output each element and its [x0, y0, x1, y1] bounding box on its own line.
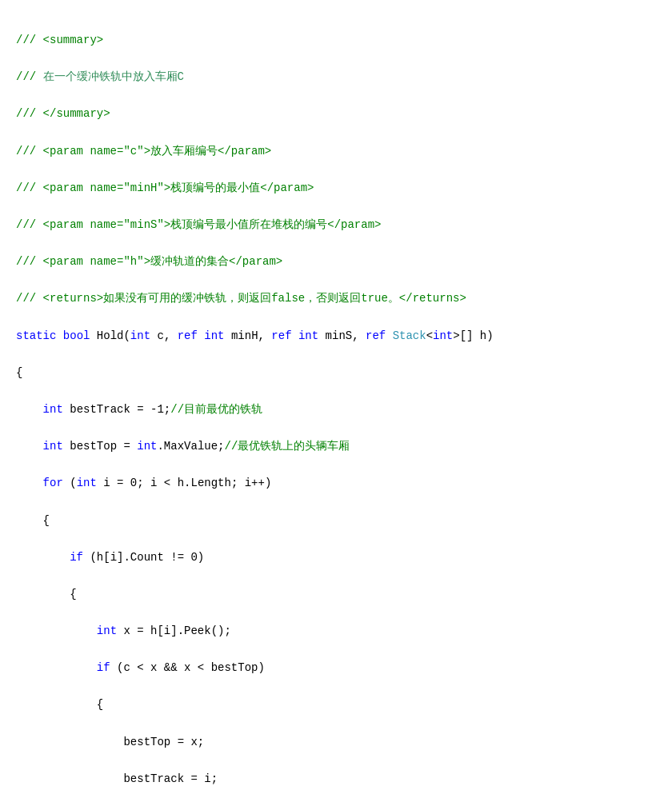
line-8: /// <returns>如果没有可用的缓冲铁轨，则返回false，否则返回tr…: [16, 289, 656, 308]
comment-text: /// <param name="c">放入车厢编号</param>: [16, 145, 271, 158]
line-4: /// <param name="c">放入车厢编号</param>: [16, 142, 656, 161]
line-10: {: [16, 364, 656, 382]
keyword-if2: if: [97, 661, 110, 674]
comment-text: /// <returns>如果没有可用的缓冲铁轨，则返回false，否则返回tr…: [16, 292, 466, 305]
keyword-int7: int: [137, 440, 157, 453]
keyword-int2: int: [204, 329, 224, 342]
plain-text: Hold(: [90, 329, 130, 342]
keyword-if1: if: [70, 551, 83, 564]
plain-text: c,: [150, 329, 178, 342]
line-21: bestTrack = i;: [16, 770, 656, 788]
keyword-int6: int: [43, 440, 63, 453]
indent1: [16, 440, 43, 453]
comment-text: /// <param name="minH">栈顶编号的最小值</param>: [16, 182, 314, 194]
comment-text: /// <summary>: [16, 34, 103, 46]
keyword-bool: bool: [63, 329, 90, 342]
plain-text: minS,: [318, 329, 366, 342]
indent1: {: [16, 514, 50, 527]
keyword-ref1: ref: [178, 329, 198, 342]
comment-text: /// </summary>: [16, 107, 110, 120]
line-17: int x = h[i].Peek();: [16, 622, 656, 640]
line-20: bestTop = x;: [16, 733, 656, 752]
line-13: for (int i = 0; i < h.Length; i++): [16, 474, 656, 493]
comment-text: /// <param name="h">缓冲轨道的集合</param>: [16, 255, 282, 268]
keyword-ref3: ref: [366, 329, 386, 342]
indent3: [16, 661, 97, 674]
indent4: bestTrack = i;: [16, 772, 218, 785]
line-18: if (c < x && x < bestTop): [16, 659, 656, 677]
line-19: {: [16, 696, 656, 714]
comment-text: ///: [16, 70, 43, 83]
indent2: {: [16, 588, 77, 601]
line-7: /// <param name="h">缓冲轨道的集合</param>: [16, 253, 656, 271]
plain-text: x = h[i].Peek();: [117, 624, 231, 637]
line-1: /// <summary>: [16, 31, 656, 50]
line-6: /// <param name="minS">栈顶编号最小值所在堆栈的编号</p…: [16, 216, 656, 234]
line-15: if (h[i].Count != 0): [16, 549, 656, 567]
indent1: [16, 477, 43, 489]
inline-comment1: //目前最优的铁轨: [170, 403, 262, 416]
code-container: /// <summary> /// 在一个缓冲铁轨中放入车厢C /// </su…: [16, 13, 656, 802]
classname-stack: Stack: [393, 329, 426, 342]
plain-text: [292, 329, 298, 342]
summary-highlight: 在一个缓冲铁轨中放入车厢C: [43, 70, 184, 83]
line-9: static bool Hold(int c, ref int minH, re…: [16, 327, 656, 345]
plain-text: minH,: [225, 329, 272, 342]
plain-text: >[] h): [453, 329, 493, 342]
indent3: {: [16, 698, 103, 711]
line-12: int bestTop = int.MaxValue;//最优铁轨上的头辆车厢: [16, 437, 656, 456]
line-2: /// 在一个缓冲铁轨中放入车厢C: [16, 68, 656, 86]
keyword-ref2: ref: [271, 329, 291, 342]
indent1: [16, 403, 43, 416]
keyword-int3: int: [298, 329, 318, 342]
indent3: [16, 624, 97, 637]
keyword-static: static: [16, 329, 56, 342]
plain-text: .MaxValue;: [157, 440, 224, 453]
plain-text: (c < x && x < bestTop): [110, 661, 265, 674]
inline-comment2: //最优铁轨上的头辆车厢: [224, 440, 350, 453]
line-5: /// <param name="minH">栈顶编号的最小值</param>: [16, 179, 656, 198]
keyword-int5: int: [43, 403, 63, 416]
plain-text: (: [63, 477, 77, 489]
keyword-int8: int: [77, 477, 97, 489]
line-14: {: [16, 512, 656, 530]
keyword-int: int: [130, 329, 150, 342]
plain-text: [386, 329, 392, 342]
comment-text: /// <param name="minS">栈顶编号最小值所在堆栈的编号</p…: [16, 218, 381, 231]
line-11: int bestTrack = -1;//目前最优的铁轨: [16, 401, 656, 419]
line-16: {: [16, 585, 656, 604]
line-3: /// </summary>: [16, 105, 656, 123]
keyword-int9: int: [97, 624, 117, 637]
plain-text: i = 0; i < h.Length; i++): [97, 477, 271, 489]
plain-text: bestTrack = -1;: [63, 403, 170, 416]
plain-text: (h[i].Count != 0): [83, 551, 204, 564]
indent2: [16, 551, 70, 564]
indent4: bestTop = x;: [16, 736, 204, 748]
keyword-for: for: [43, 477, 63, 489]
brace-open: {: [16, 366, 22, 379]
plain-text: [56, 329, 62, 342]
plain-text: <: [426, 329, 433, 342]
keyword-int4: int: [433, 329, 453, 342]
plain-text: bestTop =: [63, 440, 137, 453]
